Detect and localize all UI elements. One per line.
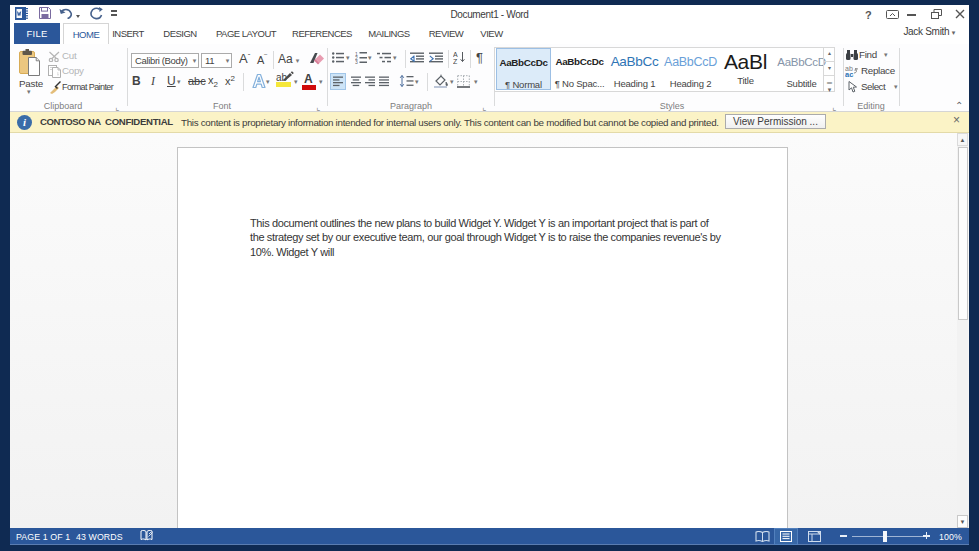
svg-text:Z: Z — [453, 58, 458, 64]
svg-text:ac: ac — [845, 70, 853, 77]
svg-text:A: A — [453, 51, 458, 58]
svg-text:3: 3 — [355, 59, 358, 64]
